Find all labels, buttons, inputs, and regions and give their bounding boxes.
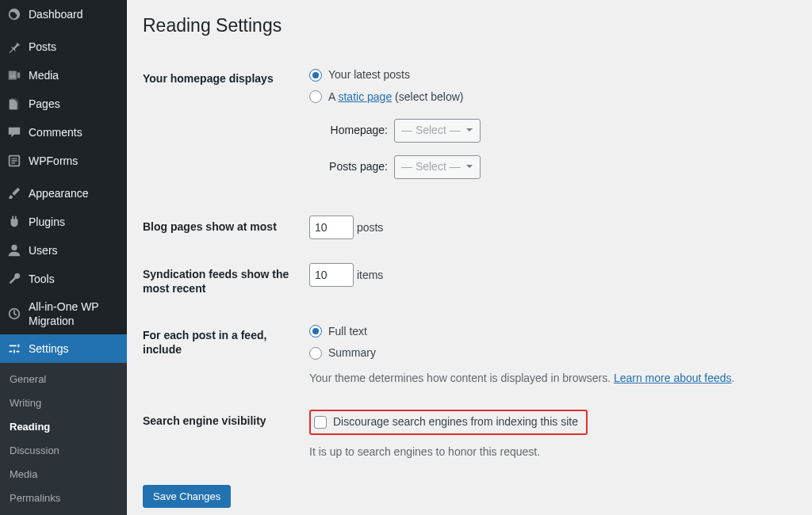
sidebar-item-posts[interactable]: Posts — [0, 32, 127, 61]
wrench-icon — [6, 271, 22, 287]
homepage-select-label: Homepage: — [327, 123, 394, 139]
save-changes-button[interactable]: Save Changes — [143, 485, 231, 508]
blog-pages-input[interactable] — [309, 216, 354, 239]
radio-latest-posts[interactable]: Your latest posts — [309, 67, 788, 83]
search-visibility-description: It is up to search engines to honor this… — [309, 444, 788, 460]
homepage-select[interactable]: — Select — — [394, 119, 481, 143]
sub-item-general[interactable]: General — [0, 368, 127, 391]
posts-page-select[interactable]: — Select — — [394, 155, 481, 179]
radio-label-static: A static page (select below) — [328, 90, 463, 105]
sub-item-discussion[interactable]: Discussion — [0, 439, 127, 463]
radio-input-static[interactable] — [309, 90, 322, 103]
posts-page-select-label: Posts page: — [327, 159, 394, 175]
sidebar-item-label: Dashboard — [29, 7, 83, 21]
syndication-label: Syndication feeds show the most recent — [143, 251, 301, 311]
sidebar-item-label: Comments — [29, 125, 82, 139]
sidebar-item-label: Tools — [29, 272, 55, 286]
dashboard-icon — [6, 6, 22, 22]
brush-icon — [6, 185, 22, 201]
page-title: Reading Settings — [143, 8, 796, 40]
media-icon — [6, 67, 22, 83]
chevron-down-icon — [465, 123, 473, 139]
radio-label-latest: Your latest posts — [328, 67, 410, 83]
wpforms-icon — [6, 153, 22, 169]
sidebar-item-comments[interactable]: Comments — [0, 118, 127, 147]
sub-item-reading[interactable]: Reading — [0, 415, 127, 439]
checkbox-discourage-search[interactable]: Discourage search engines from indexing … — [314, 414, 578, 430]
radio-input-latest[interactable] — [309, 69, 322, 82]
select-placeholder: — Select — — [401, 123, 461, 139]
chevron-down-icon — [465, 159, 473, 175]
sidebar-item-label: Media — [29, 68, 59, 82]
sidebar-item-media[interactable]: Media — [0, 61, 127, 90]
sidebar-item-label: All-in-One WP Migration — [29, 299, 121, 328]
sidebar-item-label: Appearance — [29, 186, 89, 200]
radio-static-page[interactable]: A static page (select below) — [309, 90, 788, 105]
settings-submenu: General Writing Reading Discussion Media… — [0, 363, 127, 515]
plug-icon — [6, 214, 22, 230]
pin-icon — [6, 39, 22, 55]
sub-item-privacy[interactable]: Privacy — [0, 510, 127, 515]
checkbox-input-discourage[interactable] — [314, 416, 327, 429]
sidebar-item-label: Settings — [29, 341, 69, 356]
static-page-link[interactable]: static page — [338, 90, 392, 103]
content-area: Reading Settings Your homepage displays … — [127, 0, 812, 515]
blog-pages-label: Blog pages show at most — [143, 204, 301, 251]
syndication-input[interactable] — [309, 263, 354, 287]
highlight-annotation: Discourage search engines from indexing … — [309, 410, 588, 435]
admin-sidebar: Dashboard Posts Media Pages Comments — [0, 0, 127, 515]
radio-full-text[interactable]: Full text — [309, 324, 788, 340]
feed-include-description: Your theme determines how content is dis… — [309, 371, 788, 387]
sub-item-media[interactable]: Media — [0, 463, 127, 486]
select-placeholder: — Select — — [401, 159, 461, 175]
sidebar-item-settings[interactable]: Settings — [0, 334, 127, 363]
sidebar-item-users[interactable]: Users — [0, 236, 127, 265]
checkbox-label-discourage: Discourage search engines from indexing … — [333, 414, 578, 430]
search-visibility-label: Search engine visibility — [143, 398, 301, 471]
migration-icon — [6, 306, 22, 322]
pages-icon — [6, 96, 22, 112]
user-icon — [6, 242, 22, 258]
sidebar-item-pages[interactable]: Pages — [0, 90, 127, 118]
radio-input-summary[interactable] — [309, 347, 322, 360]
sidebar-item-tools[interactable]: Tools — [0, 265, 127, 293]
sidebar-item-label: WPForms — [29, 154, 78, 168]
comments-icon — [6, 124, 22, 140]
sidebar-item-label: Plugins — [29, 215, 65, 229]
radio-label-summary: Summary — [328, 345, 376, 361]
sub-item-writing[interactable]: Writing — [0, 391, 127, 415]
sidebar-item-label: Posts — [29, 40, 56, 54]
learn-more-feeds-link[interactable]: Learn more about feeds — [614, 372, 732, 384]
feed-include-label: For each post in a feed, include — [143, 312, 301, 399]
radio-summary[interactable]: Summary — [309, 345, 788, 361]
sidebar-item-label: Pages — [29, 97, 60, 111]
blog-pages-unit: posts — [357, 221, 383, 234]
syndication-unit: items — [357, 269, 383, 281]
svg-point-1 — [11, 245, 17, 250]
homepage-displays-label: Your homepage displays — [143, 55, 301, 204]
sidebar-item-dashboard[interactable]: Dashboard — [0, 0, 127, 29]
sidebar-item-plugins[interactable]: Plugins — [0, 208, 127, 236]
sidebar-item-label: Users — [29, 243, 58, 258]
radio-label-full: Full text — [328, 324, 367, 340]
sidebar-item-appearance[interactable]: Appearance — [0, 179, 127, 208]
sidebar-item-wpforms[interactable]: WPForms — [0, 147, 127, 175]
radio-input-full[interactable] — [309, 325, 322, 338]
sidebar-item-migration[interactable]: All-in-One WP Migration — [0, 293, 127, 334]
sliders-icon — [6, 341, 22, 357]
sub-item-permalinks[interactable]: Permalinks — [0, 486, 127, 510]
